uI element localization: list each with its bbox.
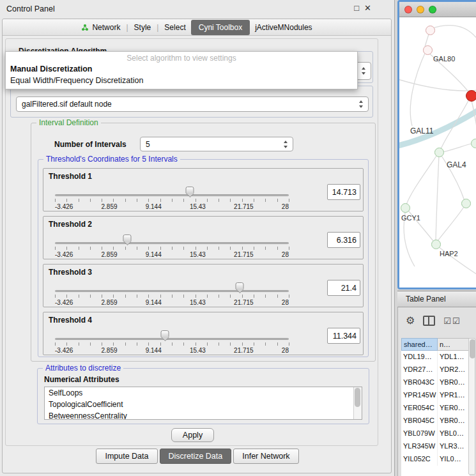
close-icon[interactable]: ✕ <box>364 4 371 12</box>
tab-label: jActiveMNodules <box>255 23 312 32</box>
network-node[interactable] <box>401 203 410 213</box>
slider-ticks <box>55 199 289 202</box>
tab-jactivemnodules[interactable]: jActiveMNodules <box>250 20 317 35</box>
table-data-group: Table Data galFiltered.sif default node <box>10 86 373 118</box>
list-item-betweennesscentrality[interactable]: BetweennessCentrality <box>45 410 362 420</box>
table-data-select[interactable]: galFiltered.sif default node <box>16 96 369 112</box>
threshold-4-panel: Threshold 4 -3.426 2.859 9.144 15.43 21.… <box>43 312 364 355</box>
slider-track <box>55 290 289 292</box>
network-icon <box>81 24 89 31</box>
settings-gear-icon[interactable]: ⚙ <box>406 316 415 326</box>
network-node-selected[interactable] <box>466 90 476 102</box>
threshold-1-panel: Threshold 1 -3.426 2.859 9.144 15.43 21.… <box>43 168 364 211</box>
tab-network[interactable]: Network <box>76 20 125 35</box>
tab-impute-data[interactable]: Impute Data <box>96 449 157 464</box>
network-node[interactable] <box>431 240 441 249</box>
number-of-intervals-select[interactable]: 5 <box>140 137 293 151</box>
node-label-gcy1[interactable]: GCY1 <box>401 214 420 222</box>
dropdown-option-equal-width-frequency[interactable]: Equal Width/Frequency Discretization <box>6 75 357 89</box>
table-row[interactable]: YDR27…YDR2… <box>401 364 470 376</box>
control-panel-titlebar: Control Panel □ ✕ <box>0 0 394 17</box>
network-window-titlebar <box>399 2 476 17</box>
node-label-gal4[interactable]: GAL4 <box>447 160 466 169</box>
float-window-icon[interactable]: □ <box>354 4 359 12</box>
slider-ticks <box>55 247 289 250</box>
network-node[interactable] <box>471 139 476 148</box>
table-row[interactable]: YLR345WYLR3… <box>401 440 470 453</box>
tab-cyni-toolbox[interactable]: Cyni Toolbox <box>191 20 250 35</box>
network-node[interactable] <box>461 199 471 208</box>
threshold-1-slider[interactable]: -3.426 2.859 9.144 15.43 21.715 28 <box>55 185 289 212</box>
tab-label: Style <box>134 23 151 32</box>
tab-select[interactable]: Select <box>159 20 190 35</box>
combo-arrows-icon <box>283 141 289 148</box>
list-scrollbar[interactable] <box>353 387 362 419</box>
threshold-2-panel: Threshold 2 -3.426 2.859 9.144 15.43 21.… <box>43 216 364 259</box>
attributes-to-discretize-group: Attributes to discretize Numerical Attri… <box>37 368 369 424</box>
dropdown-option-manual-discretization[interactable]: Manual Discretization <box>6 63 357 75</box>
threshold-coordinates-group: Threshold's Coordinates for 5 Intervals … <box>38 159 369 357</box>
slider-scale: -3.426 2.859 9.144 15.43 21.715 28 <box>55 299 289 306</box>
network-canvas[interactable]: GAL80 GAL11 GAL4 GCY1 HAP2 <box>399 17 476 288</box>
table-panel-window: ⚙ ☑ ☑ shared… n… YDL19…YDL1… YDR27…YDR2…… <box>397 307 476 476</box>
threshold-label: Threshold 3 <box>49 268 92 277</box>
tab-discretize-data[interactable]: Discretize Data <box>160 449 232 464</box>
list-item-selfloops[interactable]: SelfLoops <box>45 387 362 399</box>
table-header-row: shared… n… <box>401 338 470 351</box>
table-row[interactable]: YDL19…YDL1… <box>401 351 470 364</box>
node-label-gal11[interactable]: GAL11 <box>410 127 433 135</box>
table-row[interactable]: YBL079WYBL0… <box>401 427 470 440</box>
table-row[interactable]: YPR145WYPR1… <box>401 389 470 402</box>
column-header-shared-name[interactable]: shared… <box>401 338 438 351</box>
numerical-attributes-label: Numerical Attributes <box>44 375 119 384</box>
slider-scale: -3.426 2.859 9.144 15.43 21.715 28 <box>55 203 289 210</box>
interval-definition-group: Interval Definition Number of Intervals … <box>31 123 376 362</box>
tab-label: Cyni Toolbox <box>199 23 242 32</box>
zoom-traffic-light-icon[interactable] <box>429 6 436 13</box>
table-row[interactable]: YBR045CYBR0… <box>401 415 470 427</box>
algorithm-dropdown: Select algorithm to view settings Manual… <box>5 51 358 89</box>
slider-thumb[interactable] <box>161 330 169 337</box>
table-row[interactable]: YER054CYER0… <box>401 402 470 415</box>
threshold-4-value-field[interactable]: 11.344 <box>327 328 360 344</box>
network-node[interactable] <box>423 45 433 55</box>
window-title: Control Panel <box>6 4 55 13</box>
scrollbar-thumb[interactable] <box>355 388 360 407</box>
select-all-checkbox-icon[interactable]: ☑ <box>443 317 451 325</box>
table-panel-titlebar[interactable]: Table Panel <box>397 291 476 307</box>
node-label-hap2[interactable]: HAP2 <box>440 250 458 257</box>
apply-button[interactable]: Apply <box>171 428 214 442</box>
tab-infer-network[interactable]: Infer Network <box>233 449 298 464</box>
group-title-interval-definition: Interval Definition <box>36 118 101 127</box>
table-row[interactable]: YIL052CYIL0… <box>401 453 470 466</box>
columns-icon[interactable] <box>423 316 435 326</box>
threshold-2-slider[interactable]: -3.426 2.859 9.144 15.43 21.715 28 <box>55 233 289 260</box>
table-scrollbar[interactable] <box>468 338 475 475</box>
network-node[interactable] <box>426 26 435 35</box>
control-panel-window: Control Panel □ ✕ Network | Style | Sele… <box>0 0 395 476</box>
table-row[interactable]: YBR043CYBR0… <box>401 376 470 389</box>
tab-style[interactable]: Style <box>129 20 157 35</box>
slider-thumb[interactable] <box>123 234 132 242</box>
minimize-traffic-light-icon[interactable] <box>417 6 424 13</box>
threshold-3-value-field[interactable]: 21.4 <box>327 280 360 296</box>
threshold-3-slider[interactable]: -3.426 2.859 9.144 15.43 21.715 28 <box>55 281 289 308</box>
close-traffic-light-icon[interactable] <box>404 6 412 13</box>
slider-scale: -3.426 2.859 9.144 15.43 21.715 28 <box>55 251 289 258</box>
network-node[interactable] <box>434 148 444 157</box>
column-header-name[interactable]: n… <box>438 338 470 351</box>
threshold-1-value-field[interactable]: 14.713 <box>327 184 360 200</box>
cyni-bottom-tabs: Impute Data Discretize Data Infer Networ… <box>0 449 395 464</box>
slider-thumb[interactable] <box>236 282 244 289</box>
scrollbar-thumb[interactable] <box>470 339 475 358</box>
node-label-gal80[interactable]: GAL80 <box>433 55 455 63</box>
threshold-3-panel: Threshold 3 -3.426 2.859 9.144 15.43 21.… <box>43 264 364 307</box>
slider-thumb[interactable] <box>186 187 194 194</box>
select-none-checkbox-icon[interactable]: ☑ <box>452 317 460 325</box>
list-item-topologicalcoefficient[interactable]: TopologicalCoefficient <box>45 399 362 410</box>
threshold-2-value-field[interactable]: 6.316 <box>327 232 360 248</box>
threshold-label: Threshold 1 <box>49 172 92 181</box>
tab-label: Network <box>92 23 120 32</box>
group-title-attributes: Attributes to discretize <box>43 364 123 372</box>
threshold-4-slider[interactable]: -3.426 2.859 9.144 15.43 21.715 28 <box>55 329 289 356</box>
